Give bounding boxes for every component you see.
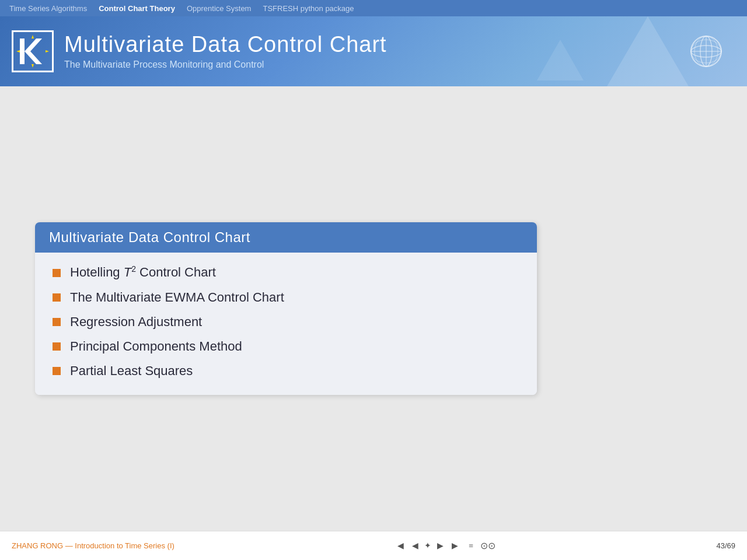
svg-marker-4 [46,50,49,52]
svg-marker-5 [32,64,34,68]
nav-item-timeseries[interactable]: Time Series Algorithms [9,4,87,13]
card-header: Multivariate Data Control Chart [35,222,537,253]
globe-icon [689,34,724,69]
nav-arrow-last[interactable]: ▶ [449,540,460,552]
svg-marker-2 [25,38,42,64]
nav-arrow-prev-section[interactable]: ◀ [410,540,421,552]
kde-logo-icon [15,34,50,69]
list-item-text: Partial Least Squares [70,363,193,379]
bullet-icon [53,269,61,277]
content-card: Multivariate Data Control Chart Hotellin… [35,222,537,394]
nav-separator: ✦ [424,541,431,551]
header-text-block: Multivariate Data Control Chart The Mult… [64,33,387,70]
header-left: Multivariate Data Control Chart The Mult… [12,30,387,72]
bullet-icon [53,367,61,375]
header-subtitle: The Multivariate Process Monitoring and … [64,60,387,70]
svg-marker-3 [32,35,34,38]
bullet-icon [53,293,61,302]
svg-rect-1 [20,38,25,64]
nav-arrow-next-section[interactable]: ▶ [435,540,446,552]
svg-marker-6 [16,50,20,52]
list-item: Partial Least Squares [53,363,519,379]
decoration-triangle-large [607,16,689,86]
nav-arrow-first[interactable]: ◀ [395,540,406,552]
list-item: The Multivariate EWMA Control Chart [53,290,519,305]
header-banner: Multivariate Data Control Chart The Mult… [0,16,747,86]
list-item: Principal Components Method [53,339,519,354]
card-header-title: Multivariate Data Control Chart [49,229,523,246]
list-item-text: Regression Adjustment [70,314,202,330]
nav-item-controlchart[interactable]: Control Chart Theory [99,4,175,13]
slide-controls: ◀ ◀ ✦ ▶ ▶ ≡ ⊙⊙ [395,540,495,552]
header-decoration [607,16,689,86]
decoration-triangle-small [537,40,584,80]
list-item-text: The Multivariate EWMA Control Chart [70,290,284,305]
nav-item-tsfresh[interactable]: TSFRESH python package [263,4,354,13]
bottom-navigation: ZHANG RONG — Introduction to Time Series… [0,531,747,560]
nav-item-opprentice[interactable]: Opprentice System [187,4,252,13]
nav-options[interactable]: ⊙⊙ [480,540,495,551]
list-item: Hotelling T2 Control Chart [53,264,519,280]
main-content: Multivariate Data Control Chart Hotellin… [0,86,747,531]
page-number: 43/69 [716,541,735,550]
list-item: Regression Adjustment [53,314,519,330]
header-title: Multivariate Data Control Chart [64,33,387,57]
logo [12,30,54,72]
top-navigation: Time Series Algorithms Control Chart The… [0,0,747,16]
footer-author: ZHANG RONG — Introduction to Time Series… [12,541,174,550]
bullet-icon [53,318,61,326]
list-item-text: Hotelling T2 Control Chart [70,264,216,280]
list-item-text: Principal Components Method [70,339,242,354]
nav-separator2: ≡ [469,541,473,551]
bullet-icon [53,342,61,351]
card-body: Hotelling T2 Control Chart The Multivari… [35,253,537,394]
